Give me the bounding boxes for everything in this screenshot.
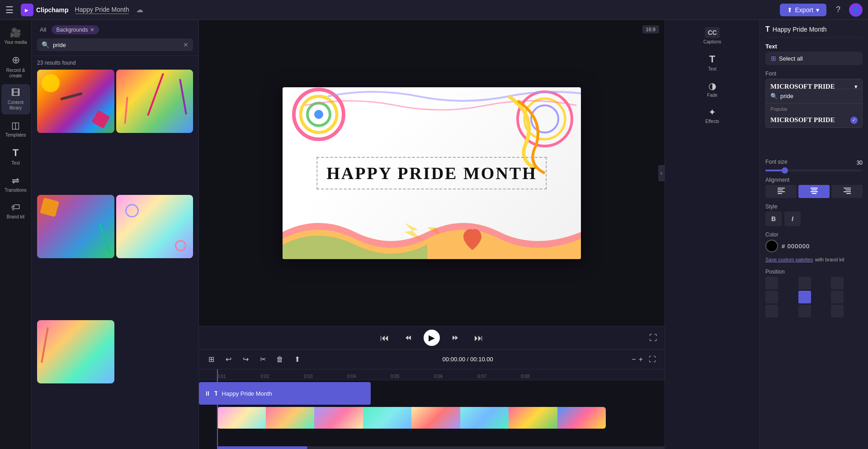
svg-rect-17 bbox=[811, 191, 818, 192]
sidebar-item-content-library[interactable]: 🎞 Contentlibrary bbox=[1, 84, 30, 114]
text-tool-icon: T bbox=[13, 147, 19, 159]
cloud-save-icon: ☁ bbox=[136, 5, 143, 14]
position-bottom-center[interactable] bbox=[798, 305, 811, 317]
transitions-icon: ⇌ bbox=[12, 175, 19, 186]
font-search-input[interactable] bbox=[780, 93, 858, 99]
app-name: Clipchamp bbox=[36, 6, 69, 14]
collapse-panel-arrow[interactable]: ‹ bbox=[658, 165, 665, 181]
hamburger-menu[interactable]: ☰ bbox=[5, 5, 14, 15]
align-left-button[interactable] bbox=[765, 185, 797, 198]
position-bottom-right[interactable] bbox=[831, 305, 844, 317]
rewind-icon bbox=[404, 333, 413, 342]
right-tab-fade-label: Fade bbox=[707, 93, 717, 98]
sidebar-item-transitions[interactable]: ⇌ Transitions bbox=[1, 171, 30, 197]
position-middle-right[interactable] bbox=[831, 291, 844, 303]
font-size-slider[interactable] bbox=[765, 170, 863, 171]
filter-backgrounds-tag[interactable]: Backgrounds ✕ bbox=[52, 25, 99, 34]
right-tab-fade[interactable]: ◑ Fade bbox=[697, 77, 728, 101]
properties-title: T Happy Pride Month bbox=[765, 25, 863, 38]
zoom-out-button[interactable]: − bbox=[632, 355, 636, 364]
media-track-clip[interactable] bbox=[217, 407, 606, 429]
position-middle-left[interactable] bbox=[765, 291, 778, 303]
italic-button[interactable]: I bbox=[784, 212, 801, 226]
media-item-3[interactable] bbox=[37, 195, 114, 258]
forward-button[interactable] bbox=[447, 330, 463, 346]
center-area: 16:9 bbox=[199, 20, 665, 449]
svg-text:▶: ▶ bbox=[25, 8, 28, 13]
properties-panel: T Happy Pride Month Text ⊞ Select all Fo… bbox=[760, 20, 868, 449]
undo-button[interactable]: ↩ bbox=[222, 353, 235, 366]
search-clear-button[interactable]: ✕ bbox=[183, 41, 189, 48]
svg-rect-16 bbox=[811, 189, 817, 190]
media-item-1[interactable] bbox=[37, 70, 114, 133]
filter-all-button[interactable]: All bbox=[37, 24, 49, 35]
track-pause-button[interactable]: ⏸ bbox=[204, 390, 211, 397]
zoom-in-button[interactable]: + bbox=[639, 355, 643, 364]
magnet-tool-button[interactable]: ⊞ bbox=[204, 353, 218, 366]
position-middle-center[interactable] bbox=[798, 291, 811, 303]
canvas-text-overlay[interactable]: HAPPY PRIDE MONTH bbox=[316, 157, 547, 189]
brand-kit-icon: 🏷 bbox=[11, 202, 20, 213]
expand-timeline-button[interactable]: ⛶ bbox=[646, 353, 659, 366]
position-top-right[interactable] bbox=[831, 277, 844, 289]
position-top-left[interactable] bbox=[765, 277, 778, 289]
delete-button[interactable]: 🗑 bbox=[273, 353, 287, 366]
search-input[interactable] bbox=[53, 42, 179, 48]
font-option-microsoft-pride[interactable]: MICROSOFT PRIDE ✓ bbox=[766, 113, 862, 128]
select-all-button[interactable]: ⊞ Select all bbox=[765, 52, 863, 65]
right-tab-captions[interactable]: CC Captions bbox=[697, 24, 728, 48]
text-track-clip[interactable]: ⏸ T Happy Pride Month bbox=[199, 382, 371, 405]
color-swatch[interactable] bbox=[765, 240, 778, 252]
skip-back-button[interactable]: ⏮ bbox=[377, 330, 393, 346]
right-tab-effects[interactable]: ✦ Effects bbox=[697, 103, 728, 128]
font-label: Font bbox=[765, 71, 863, 77]
svg-rect-14 bbox=[778, 193, 782, 194]
split-button[interactable]: ⬆ bbox=[290, 353, 304, 366]
scrollbar-thumb[interactable] bbox=[217, 446, 307, 449]
playhead[interactable] bbox=[217, 369, 218, 449]
bold-button[interactable]: B bbox=[765, 212, 782, 226]
save-custom-palettes-link[interactable]: Save custom palettes bbox=[765, 257, 813, 262]
cut-button[interactable]: ✂ bbox=[256, 353, 269, 366]
filter-close-icon[interactable]: ✕ bbox=[90, 27, 94, 33]
position-top-center[interactable] bbox=[798, 277, 811, 289]
svg-rect-22 bbox=[846, 193, 851, 194]
skip-fwd-button[interactable]: ⏭ bbox=[471, 330, 487, 346]
sidebar-item-your-media[interactable]: 🎥 Your media bbox=[1, 24, 30, 49]
left-sidebar: 🎥 Your media ⊕ Record &create 🎞 Contentl… bbox=[0, 20, 32, 449]
rewind-button[interactable] bbox=[400, 330, 416, 346]
record-create-icon: ⊕ bbox=[12, 54, 20, 66]
total-time: 00:10.00 bbox=[470, 356, 493, 363]
media-track bbox=[199, 406, 665, 429]
help-icon-button[interactable]: ? bbox=[831, 3, 845, 17]
sidebar-item-text[interactable]: T Text bbox=[1, 143, 30, 170]
svg-rect-18 bbox=[812, 193, 816, 194]
main-content: 🎥 Your media ⊕ Record &create 🎞 Contentl… bbox=[0, 20, 868, 449]
media-item-4[interactable] bbox=[116, 195, 193, 258]
sidebar-item-label-text: Text bbox=[11, 161, 19, 166]
time-separator: / bbox=[467, 356, 470, 363]
sidebar-item-brand-kit[interactable]: 🏷 Brand kit bbox=[1, 199, 30, 223]
right-tab-text[interactable]: T Text bbox=[697, 50, 728, 75]
redo-button[interactable]: ↪ bbox=[239, 353, 252, 366]
media-grid bbox=[32, 70, 198, 449]
svg-rect-12 bbox=[778, 189, 783, 190]
sidebar-item-templates[interactable]: ◫ Templates bbox=[1, 116, 30, 142]
position-bottom-left[interactable] bbox=[765, 305, 778, 317]
play-button[interactable]: ▶ bbox=[424, 330, 440, 346]
right-tab-effects-label: Effects bbox=[705, 119, 719, 124]
project-title[interactable]: Happy Pride Month bbox=[75, 6, 129, 14]
user-avatar[interactable]: 👤 bbox=[849, 3, 863, 17]
search-panel-header: All Backgrounds ✕ 🔍 ✕ bbox=[32, 20, 198, 56]
properties-title-text: Happy Pride Month bbox=[773, 26, 827, 33]
ruler-mark-2: 0:03 bbox=[304, 374, 347, 379]
align-right-button[interactable] bbox=[831, 185, 863, 198]
sidebar-item-record-create[interactable]: ⊕ Record &create bbox=[1, 51, 30, 82]
align-center-button[interactable] bbox=[798, 185, 830, 198]
fullscreen-button[interactable]: ⛶ bbox=[649, 333, 657, 343]
timeline-scrollbar[interactable] bbox=[217, 446, 665, 449]
media-item-2[interactable] bbox=[116, 70, 193, 133]
slider-thumb[interactable] bbox=[782, 167, 788, 174]
export-button[interactable]: ⬆ Export ▾ bbox=[780, 4, 826, 16]
media-item-5[interactable] bbox=[37, 320, 114, 383]
